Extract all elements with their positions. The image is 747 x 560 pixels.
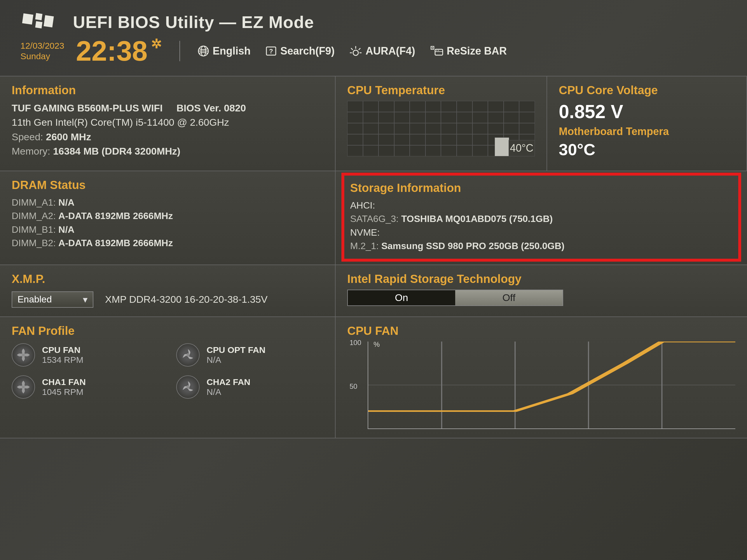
- mb-temp-value: 30°C: [559, 140, 735, 159]
- fan-name: CPU FAN: [42, 345, 83, 355]
- bios-ver: 0820: [224, 102, 246, 113]
- svg-text:?: ?: [269, 48, 273, 55]
- dimm-b2-label: DIMM_B2:: [12, 238, 56, 248]
- irst-toggle[interactable]: On Off: [347, 290, 563, 306]
- fan-profile-title: FAN Profile: [12, 324, 323, 338]
- search-button[interactable]: ? Search(F9): [265, 45, 335, 57]
- tuf-shield-icon: [20, 12, 55, 32]
- svg-point-19: [436, 50, 437, 51]
- svg-line-12: [359, 48, 360, 50]
- aura-button[interactable]: AURA(F4): [349, 45, 415, 57]
- resizebar-label: ReSize BAR: [447, 45, 507, 57]
- xmp-selected: Enabled: [18, 294, 52, 305]
- bios-ver-label: BIOS Ver.: [177, 102, 221, 113]
- memory-label: Memory:: [12, 145, 50, 157]
- cpu-name: 11th Gen Intel(R) Core(TM) i5-11400 @ 2.…: [12, 115, 323, 130]
- fan-name: CHA1 FAN: [42, 377, 86, 387]
- mb-temp-title: Motherboard Tempera: [559, 126, 735, 138]
- ahci-device: TOSHIBA MQ01ABD075 (750.1GB): [401, 213, 553, 224]
- temp-bar: [495, 137, 509, 156]
- language-button[interactable]: English: [198, 45, 251, 57]
- fan-icon: [176, 343, 200, 367]
- voltage-title: CPU Core Voltage: [559, 84, 735, 97]
- y100-label: 100: [350, 339, 361, 347]
- information-title: Information: [12, 84, 323, 97]
- xmp-dropdown[interactable]: Enabled ▾: [12, 291, 93, 308]
- resizebar-icon: [430, 45, 443, 57]
- cpu-temp-value: 40°C: [509, 140, 535, 156]
- nvme-device: Samsung SSD 980 PRO 250GB (250.0GB): [381, 241, 565, 251]
- resizebar-button[interactable]: ReSize BAR: [430, 45, 507, 57]
- dram-title: DRAM Status: [12, 179, 323, 192]
- svg-point-16: [432, 47, 433, 48]
- dimm-a1-label: DIMM_A1:: [12, 197, 56, 208]
- fan-rpm: N/A: [207, 355, 265, 365]
- voltage-value: 0.852 V: [559, 101, 735, 123]
- gear-icon[interactable]: ✲: [151, 36, 162, 51]
- cpu-fan-chart-title: CPU FAN: [347, 324, 735, 338]
- memory-value: 16384 MB (DDR4 3200MHz): [53, 145, 181, 157]
- fan-profile-panel: FAN Profile CPU FAN1534 RPM CPU OPT FANN…: [0, 317, 336, 438]
- globe-icon: [198, 45, 209, 57]
- search-label: Search(F9): [280, 45, 335, 57]
- cpu-fan-chart-panel: CPU FAN % 100 50: [336, 317, 747, 438]
- fan-rpm: N/A: [207, 387, 250, 397]
- date-block: 12/03/2023 Sunday: [20, 41, 64, 61]
- svg-rect-3: [44, 15, 54, 27]
- fan-rpm: 1045 RPM: [42, 387, 86, 397]
- dimm-b2-value: A-DATA 8192MB 2666MHz: [58, 238, 173, 248]
- fan-name: CPU OPT FAN: [207, 345, 265, 355]
- irst-title: Intel Rapid Storage Technology: [347, 272, 735, 286]
- storage-title: Storage Information: [350, 181, 732, 194]
- fan-item-cpu-opt[interactable]: CPU OPT FANN/A: [176, 343, 323, 367]
- fan-item-cpu[interactable]: CPU FAN1534 RPM: [12, 343, 159, 367]
- fan-icon: [176, 375, 200, 399]
- xmp-profile: XMP DDR4-3200 16-20-20-38-1.35V: [105, 292, 267, 306]
- cpu-temp-panel: CPU Temperature 40°C: [336, 76, 547, 171]
- dimm-a2-label: DIMM_A2:: [12, 211, 56, 221]
- page-title: UEFI BIOS Utility — EZ Mode: [73, 12, 314, 32]
- date-value: 12/03/2023: [20, 41, 64, 51]
- divider: [179, 41, 180, 61]
- irst-on[interactable]: On: [348, 290, 455, 305]
- speed-value: 2600 MHz: [46, 131, 91, 142]
- tuf-logo: [20, 12, 55, 32]
- fan-curve-icon: [368, 342, 735, 428]
- svg-rect-0: [22, 14, 33, 25]
- fan-item-cha1[interactable]: CHA1 FAN1045 RPM: [12, 375, 159, 399]
- time-block: 22:38 ✲: [76, 35, 162, 67]
- aura-label: AURA(F4): [366, 45, 415, 57]
- voltage-panel: CPU Core Voltage 0.852 V Motherboard Tem…: [547, 76, 747, 171]
- svg-rect-1: [35, 13, 43, 20]
- nvme-port: M.2_1:: [350, 241, 379, 251]
- fan-rpm: 1534 RPM: [42, 355, 83, 365]
- language-label: English: [213, 45, 251, 57]
- cpu-fan-chart: 100 50: [368, 342, 735, 429]
- storage-highlight-box: Storage Information AHCI: SATA6G_3: TOSH…: [341, 173, 741, 262]
- board-name: TUF GAMING B560M-PLUS WIFI: [12, 102, 163, 113]
- dram-panel: DRAM Status DIMM_A1: N/A DIMM_A2: A-DATA…: [0, 171, 336, 265]
- fan-icon: [12, 375, 35, 399]
- storage-panel: Storage Information AHCI: SATA6G_3: TOSH…: [336, 171, 747, 265]
- svg-rect-2: [35, 21, 43, 29]
- fan-item-cha2[interactable]: CHA2 FANN/A: [176, 375, 323, 399]
- xmp-title: X.M.P.: [12, 272, 323, 286]
- svg-point-20: [438, 50, 439, 51]
- fan-name: CHA2 FAN: [207, 377, 250, 387]
- dimm-a2-value: A-DATA 8192MB 2666MHz: [58, 211, 173, 221]
- ahci-port: SATA6G_3:: [350, 213, 398, 224]
- irst-off[interactable]: Off: [455, 290, 563, 305]
- dimm-b1-label: DIMM_B1:: [12, 224, 56, 235]
- cpu-temp-chart: 40°C: [347, 101, 535, 156]
- time-value: 22:38: [76, 35, 148, 67]
- information-panel: Information TUF GAMING B560M-PLUS WIFI B…: [0, 76, 336, 171]
- speed-label: Speed:: [12, 131, 43, 142]
- fan-icon: [12, 343, 35, 367]
- ahci-label: AHCI:: [350, 198, 732, 212]
- dimm-a1-value: N/A: [58, 197, 74, 208]
- aura-icon: [349, 45, 362, 57]
- irst-panel: Intel Rapid Storage Technology On Off: [336, 265, 747, 317]
- chevron-down-icon: ▾: [83, 294, 87, 305]
- nvme-label: NVME:: [350, 226, 732, 239]
- y50-label: 50: [350, 382, 357, 391]
